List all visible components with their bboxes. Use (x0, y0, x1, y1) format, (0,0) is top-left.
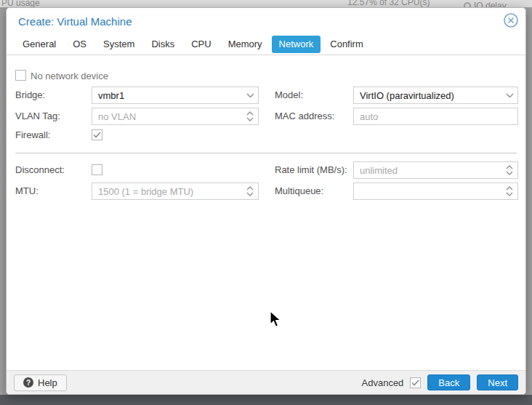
next-button[interactable]: Next (477, 374, 518, 390)
help-button[interactable]: ? Help (14, 374, 67, 391)
rate-limit-input[interactable] (354, 162, 517, 178)
disconnect-checkbox[interactable] (92, 164, 102, 175)
no-network-device-label: No network device (31, 71, 108, 81)
mac-address-field[interactable] (353, 108, 518, 125)
dialog-header: Create: Virtual Machine (7, 8, 525, 36)
multiqueue-label: Multiqueue: (275, 183, 323, 200)
model-label: Model: (275, 87, 303, 104)
advanced-label: Advanced (362, 377, 404, 388)
check-icon (411, 380, 419, 386)
bridge-label: Bridge: (15, 87, 45, 104)
firewall-checkbox[interactable] (92, 129, 102, 140)
no-network-device-checkbox[interactable] (15, 70, 26, 81)
rate-limit-label: Rate limit (MB/s): (275, 161, 347, 179)
multiqueue-input[interactable] (354, 183, 517, 199)
spinner-up-icon (246, 111, 254, 116)
question-circle-icon: ? (23, 377, 33, 388)
dialog-title: Create: Virtual Machine (18, 15, 132, 28)
back-button[interactable]: Back (427, 374, 470, 390)
chevron-down-icon[interactable] (501, 87, 517, 103)
spinner-buttons[interactable] (242, 108, 258, 124)
tab-general[interactable]: General (15, 36, 63, 53)
spinner-down-icon (506, 192, 513, 196)
check-icon (93, 132, 101, 138)
bridge-input[interactable] (92, 87, 258, 103)
help-button-label: Help (38, 377, 57, 388)
tab-disks[interactable]: Disks (144, 36, 182, 53)
bridge-combo[interactable] (92, 87, 259, 104)
create-vm-dialog: Create: Virtual Machine General OS Syste… (6, 7, 526, 395)
disconnect-label: Disconnect: (15, 161, 65, 179)
mtu-input[interactable] (92, 183, 258, 199)
spinner-up-icon (506, 165, 513, 169)
chevron-down-icon[interactable] (242, 87, 258, 103)
background-cpu-stat-text: 12.57% of 32 CPU(s) (347, 0, 430, 7)
multiqueue-spinner[interactable] (353, 183, 518, 200)
spinner-down-icon (506, 171, 513, 175)
model-input[interactable] (354, 87, 517, 103)
tab-cpu[interactable]: CPU (184, 36, 218, 53)
screen: { "backdrop": { "cpu_usage_fragment": "P… (0, 0, 532, 405)
tab-confirm[interactable]: Confirm (323, 36, 371, 53)
footer-actions: Advanced Back Next (362, 374, 518, 390)
vlan-tag-label: VLAN Tag: (15, 108, 60, 125)
mac-address-label: MAC address: (275, 108, 334, 125)
advanced-checkbox[interactable] (410, 377, 421, 388)
mtu-label: MTU: (15, 183, 39, 200)
spinner-up-icon (506, 186, 513, 191)
close-icon[interactable] (503, 12, 519, 28)
wizard-tabbar: General OS System Disks CPU Memory Netwo… (15, 36, 525, 55)
spinner-up-icon (246, 186, 254, 191)
mac-address-input[interactable] (354, 108, 517, 124)
vlan-tag-spinner[interactable] (92, 108, 259, 125)
mtu-spinner[interactable] (92, 183, 259, 200)
tab-network[interactable]: Network (272, 36, 321, 53)
model-combo[interactable] (353, 87, 518, 104)
tab-system[interactable]: System (96, 36, 142, 53)
spinner-buttons[interactable] (501, 183, 517, 199)
tab-os[interactable]: OS (65, 36, 94, 53)
vlan-tag-input[interactable] (92, 108, 258, 124)
spinner-down-icon (246, 117, 254, 121)
firewall-label: Firewall: (15, 127, 50, 144)
section-divider (15, 153, 517, 153)
tab-memory[interactable]: Memory (221, 36, 270, 53)
dialog-footer: ? Help Advanced Back Next (7, 370, 525, 394)
spinner-buttons[interactable] (242, 183, 258, 199)
rate-limit-spinner[interactable] (353, 161, 518, 179)
spinner-down-icon (246, 192, 254, 196)
spinner-buttons[interactable] (501, 162, 517, 178)
